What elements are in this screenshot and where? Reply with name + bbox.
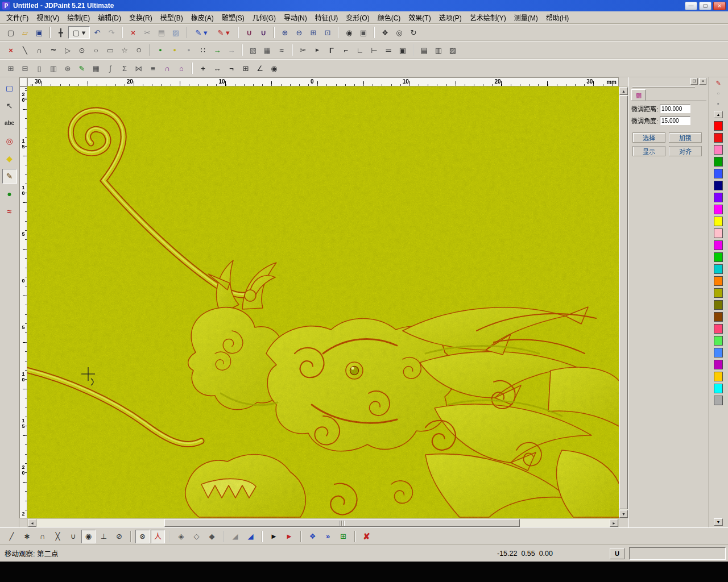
solid-box-button[interactable]: ▧ [246, 44, 260, 56]
new-file-button[interactable]: ▢ [4, 26, 18, 39]
scroll-right-arrow[interactable]: ► [610, 519, 618, 527]
circle-tool-button[interactable]: ○ [132, 44, 146, 56]
highlight-node-button[interactable]: ● [168, 44, 181, 56]
pick-arrow-button[interactable]: ► [267, 530, 281, 543]
corner-join-button[interactable]: Γ [325, 44, 338, 56]
snap-line-button[interactable]: ╱ [5, 530, 19, 543]
snap-node-button[interactable]: ∗ [20, 530, 34, 543]
snap-arc-2-button[interactable]: ∪ [66, 530, 80, 543]
outline-frame-button[interactable]: ▣ [396, 44, 410, 56]
relief-brush-tool[interactable]: ✎ [2, 169, 17, 184]
palette-swatch[interactable] [714, 240, 723, 250]
palette-swatch[interactable] [714, 312, 723, 322]
eye-preview-button[interactable]: ◉ [267, 62, 281, 74]
panel-close-button[interactable]: × [699, 78, 706, 85]
close-button[interactable]: × [713, 2, 726, 10]
snap-quadrant-button[interactable]: ⊗ [135, 530, 150, 543]
copy-button[interactable]: ▤ [155, 26, 168, 39]
paste-button[interactable]: ▨ [169, 26, 183, 39]
palette-swatch[interactable] [714, 228, 723, 238]
slope-tool-button[interactable]: ◢ [228, 530, 242, 543]
relief-surface-filled-button[interactable]: ∪ [257, 26, 270, 39]
palette-swatch[interactable] [714, 252, 723, 262]
menu-item[interactable]: 文件(F) [2, 11, 32, 24]
zoom-out-button[interactable]: ⊖ [292, 26, 306, 39]
smooth-brush-dropdown[interactable]: ✎ ▾ [191, 26, 212, 39]
cancel-operation-button[interactable]: ✘ [359, 530, 374, 543]
snap-arc-button[interactable]: ∩ [35, 530, 49, 543]
menu-item[interactable]: 特征(U) [311, 11, 342, 24]
stack-layers-button[interactable]: ≡ [146, 62, 160, 74]
erase-node-button[interactable]: × [4, 44, 18, 56]
palette-swatch[interactable] [714, 288, 723, 298]
pick-tool-button[interactable]: ► [311, 44, 324, 56]
menu-item[interactable]: 模型(B) [156, 11, 187, 24]
scroll-left-arrow[interactable]: ◄ [28, 519, 36, 527]
snap-tangent-button[interactable]: ⊘ [112, 530, 126, 543]
open-file-button[interactable]: ▱ [18, 26, 32, 39]
menu-item[interactable]: 几何(G) [249, 11, 280, 24]
palette-swatch[interactable] [714, 181, 723, 190]
zoom-in-button[interactable]: ⊕ [278, 26, 292, 39]
menu-item[interactable]: 变形(O) [342, 11, 373, 24]
snap-perpendicular-button[interactable]: ⊥ [97, 530, 111, 543]
ellipse-tool-button[interactable]: ○ [89, 44, 103, 56]
palette-pencil-icon[interactable]: ✎ [713, 78, 723, 88]
horizontal-scrollbar[interactable]: ◄ ► [27, 518, 619, 527]
palette-swatch[interactable] [714, 193, 723, 202]
panel-tab-nudge[interactable]: ▩ [631, 89, 646, 101]
align-button[interactable]: 对齐 [669, 146, 702, 156]
direction-back-button[interactable]: → [225, 44, 238, 56]
palette-swatch[interactable] [714, 264, 723, 274]
sum-surfaces-button[interactable]: Σ [118, 62, 131, 74]
revolve-surface-button[interactable]: ▯ [32, 62, 46, 74]
weld-button[interactable]: ⋈ [132, 62, 146, 74]
palette-swatch[interactable] [714, 133, 723, 143]
circle-center-tool-button[interactable]: ⊙ [75, 44, 89, 56]
trim-scissors-button[interactable]: ✂ [296, 44, 310, 56]
table-grid-button[interactable]: ⊞ [239, 62, 253, 74]
palette-swatch[interactable] [714, 217, 723, 226]
palette-swatch[interactable] [714, 145, 723, 155]
region-pick-button[interactable]: ⊞ [336, 530, 350, 543]
palette-scroll-up[interactable]: ▲ [714, 111, 723, 118]
gear-tool-button[interactable]: ⊛ [61, 62, 75, 74]
scroll-up-arrow[interactable]: ▲ [619, 87, 628, 95]
star-tool-button[interactable]: ☆ [118, 44, 131, 56]
horizontal-scrollbar-thumb[interactable] [164, 519, 520, 527]
menu-item[interactable]: 艺术绘制(Y) [466, 11, 510, 24]
fill-pattern-2-button[interactable]: ▥ [432, 44, 445, 56]
panel-grip[interactable] [632, 86, 695, 88]
arch-relief-filled-button[interactable]: ⌂ [175, 62, 188, 74]
palette-swatch[interactable] [714, 276, 723, 286]
scroll-down-arrow[interactable]: ▼ [619, 510, 628, 518]
sketch-edit-button[interactable]: ✎ [75, 62, 89, 74]
line-tool-button[interactable]: ╲ [18, 44, 32, 56]
corner-join-2-button[interactable]: ⌐ [339, 44, 353, 56]
render-mode-2-button[interactable]: ◇ [189, 530, 204, 543]
direction-forward-button[interactable]: → [210, 44, 224, 56]
menu-item[interactable]: 帮助(H) [542, 11, 573, 24]
snap-cross-button[interactable]: ╳ [51, 530, 65, 543]
palette-swatch[interactable] [714, 169, 723, 178]
nudge-move-button[interactable]: ❖ [305, 530, 320, 543]
extend-button[interactable]: ⊢ [367, 44, 381, 56]
zoom-extent-button[interactable]: ⊡ [321, 26, 334, 39]
mirror-object-button[interactable]: ⊟ [18, 62, 32, 74]
menu-item[interactable]: 测量(M) [510, 11, 542, 24]
path-corner-button[interactable]: ¬ [225, 62, 238, 74]
lock-button[interactable]: 加锁 [669, 132, 702, 143]
arc-tool-button[interactable]: ∩ [32, 44, 46, 56]
fill-pattern-button[interactable]: ▤ [417, 44, 431, 56]
save-file-button[interactable]: ▣ [32, 26, 46, 39]
palette-swatch[interactable] [714, 396, 723, 405]
palette-swatch[interactable] [714, 336, 723, 346]
relief-canvas[interactable] [27, 86, 619, 518]
arch-relief-button[interactable]: ∩ [160, 62, 174, 74]
multi-select-button[interactable]: » [321, 530, 335, 543]
relief-canvas-svg[interactable] [27, 86, 619, 518]
maximize-button[interactable]: ▢ [699, 2, 712, 10]
render-mode-button[interactable]: ◈ [174, 530, 188, 543]
profile-wave-tool[interactable]: ≈ [2, 204, 17, 219]
zoom-window-button[interactable]: ⊞ [307, 26, 320, 39]
